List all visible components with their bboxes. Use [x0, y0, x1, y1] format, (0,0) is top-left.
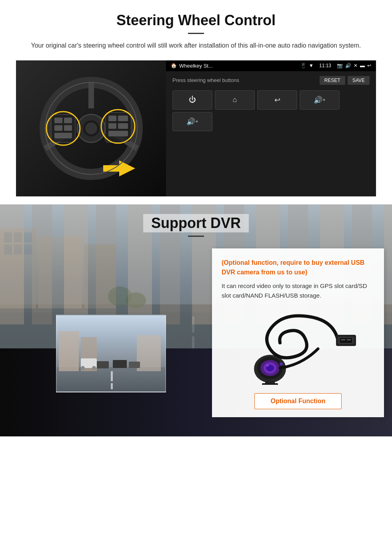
back-ctrl-btn[interactable]: ↩	[257, 90, 297, 110]
svg-rect-10	[64, 125, 72, 131]
svg-rect-9	[54, 125, 62, 131]
dvr-camera-svg	[222, 309, 374, 385]
panel-action-buttons: RESET SAVE	[320, 76, 370, 85]
dvr-title-area: Support DVR	[0, 204, 392, 243]
close-icon: ✕	[354, 63, 358, 68]
control-buttons-grid: ⏻ ⌂ ↩ 🔊+ 🔊+	[172, 90, 370, 131]
android-statusbar: 🏠 Wheelkey St... 📱 ▼ 11:13 📷 🔊 ✕ ▬ ↩	[166, 60, 376, 71]
optional-function-button[interactable]: Optional Function	[254, 393, 342, 409]
home-ctrl-btn[interactable]: ⌂	[215, 90, 255, 110]
svg-rect-22	[103, 165, 121, 172]
android-ui: 🏠 Wheelkey St... 📱 ▼ 11:13 📷 🔊 ✕ ▬ ↩ Pre…	[166, 60, 376, 196]
dvr-optional-text: (Optional function, require to buy exter…	[222, 258, 374, 277]
status-time: 11:13	[319, 63, 331, 68]
dvr-title: Support DVR	[143, 214, 249, 232]
back-icon: ↩	[367, 63, 371, 68]
steering-title: Steering Wheel Control	[16, 12, 376, 29]
title-divider	[188, 33, 204, 34]
svg-rect-50	[129, 362, 140, 368]
steering-wheel-svg	[35, 76, 147, 180]
svg-point-53	[92, 366, 96, 370]
svg-rect-49	[113, 360, 127, 368]
svg-rect-13	[108, 116, 116, 121]
svg-rect-17	[108, 131, 128, 136]
svg-rect-30	[4, 244, 12, 254]
steering-image-container: 🏠 Wheelkey St... 📱 ▼ 11:13 📷 🔊 ✕ ▬ ↩ Pre…	[16, 60, 376, 196]
panel-prompt: Press steering wheel buttons	[172, 77, 239, 83]
svg-rect-48	[97, 361, 109, 368]
vol-down-ctrl-btn[interactable]: 🔊+	[172, 112, 212, 131]
steering-control-panel: Press steering wheel buttons RESET SAVE …	[166, 71, 376, 196]
svg-rect-66	[262, 383, 278, 385]
panel-header: Press steering wheel buttons RESET SAVE	[172, 76, 370, 85]
dvr-camera-image	[222, 307, 374, 387]
svg-rect-58	[347, 339, 351, 340]
signal-icon: ▼	[309, 63, 314, 68]
dvr-preview-svg	[57, 315, 166, 392]
svg-rect-47	[137, 335, 161, 371]
usb-icon: 📱	[300, 63, 306, 68]
power-ctrl-btn[interactable]: ⏻	[172, 90, 212, 110]
svg-point-67	[280, 362, 283, 366]
display-icon: ▬	[360, 63, 365, 68]
svg-rect-43	[111, 371, 113, 381]
svg-rect-8	[64, 118, 72, 123]
dvr-preview-image	[56, 314, 166, 392]
svg-rect-44	[111, 383, 113, 389]
steering-section: Steering Wheel Control Your original car…	[0, 0, 392, 204]
volume-icon: 🔊	[345, 63, 351, 68]
dvr-section: Support DVR	[0, 204, 392, 436]
svg-rect-14	[118, 116, 128, 121]
svg-rect-33	[38, 236, 82, 308]
svg-rect-38	[192, 316, 194, 332]
steering-photo	[16, 60, 166, 196]
dvr-title-divider	[188, 236, 204, 237]
dvr-optional-badge: Optional Function	[222, 393, 374, 409]
svg-rect-31	[14, 244, 22, 254]
svg-rect-32	[24, 244, 32, 254]
svg-point-18	[85, 122, 97, 134]
svg-point-64	[266, 364, 269, 366]
svg-rect-45	[59, 331, 79, 371]
save-button[interactable]: SAVE	[348, 76, 370, 85]
svg-point-52	[81, 366, 85, 370]
svg-point-36	[126, 292, 146, 308]
svg-rect-15	[108, 123, 116, 129]
camera-icon: 📷	[337, 63, 343, 68]
svg-rect-7	[54, 118, 62, 123]
dvr-info-card: (Optional function, require to buy exter…	[212, 248, 384, 417]
app-name: Wheelkey St...	[179, 63, 298, 69]
steering-subtitle: Your original car's steering wheel contr…	[16, 40, 376, 51]
svg-rect-16	[118, 123, 128, 129]
svg-rect-11	[54, 133, 72, 138]
svg-rect-57	[341, 339, 345, 340]
home-icon: 🏠	[171, 63, 177, 68]
reset-button[interactable]: RESET	[320, 76, 345, 85]
vol-up-ctrl-btn[interactable]: 🔊+	[300, 90, 340, 110]
dvr-description-text: It can record video only to storage in G…	[222, 281, 374, 300]
